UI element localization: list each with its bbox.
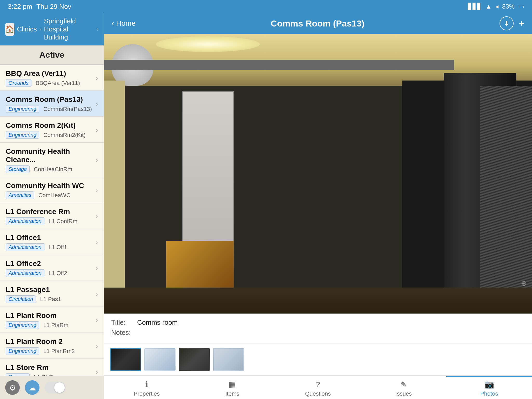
thumbnail-2[interactable] [144, 348, 176, 371]
room-list-item[interactable]: L1 Plant Room 2 Engineering L1 PlanRm2 › [0, 333, 104, 359]
room-code: L1 Off2 [49, 270, 67, 277]
status-time: 3:22 pm [8, 3, 32, 11]
room-code: CommsRm2(Kit) [43, 132, 86, 138]
breadcrumb-sep2: › [97, 26, 98, 33]
room-name: L1 Plant Room [6, 311, 93, 320]
room-list-item[interactable]: Comms Room (Pas13) Engineering CommsRm(P… [0, 91, 104, 117]
nav-actions: ⬇ + [500, 16, 524, 30]
light [156, 36, 260, 52]
room-list-item[interactable]: L1 Store Rm Storage L1 StrRm › [0, 359, 104, 376]
items-tab-icon: ▦ [229, 380, 236, 389]
tab-properties[interactable]: ℹ Properties [104, 376, 190, 399]
room-item-content: Comms Room (Pas13) Engineering CommsRm(P… [6, 95, 93, 113]
right-panel: ‹ Home Comms Room (Pas13) ⬇ + [104, 13, 532, 399]
content-area: ⊕ Title: Comms room Notes: [104, 34, 532, 376]
add-button[interactable]: + [519, 18, 524, 29]
photos-tab-label: Photos [480, 390, 498, 397]
room-list-item[interactable]: Community Health Cleane... Storage ConHe… [0, 143, 104, 177]
room-name: Comms Room 2(Kit) [6, 121, 93, 130]
room-meta: Administration L1 ConfRm [6, 217, 93, 225]
tab-issues[interactable]: ✎ Issues [361, 376, 447, 399]
breadcrumb-building[interactable]: Springfield Hospital Building [44, 17, 94, 41]
room-list-item[interactable]: L1 Passage1 Circulation L1 Pas1 › [0, 281, 104, 307]
room-item-content: L1 Office2 Administration L1 Off2 [6, 260, 93, 277]
download-button[interactable]: ⬇ [500, 16, 514, 30]
room-tag: Amenities [6, 191, 34, 199]
room-meta: Storage L1 StrRm [6, 373, 93, 376]
room-code: BBQArea (Ver11) [36, 80, 80, 87]
cloud-button[interactable]: ☁ [25, 380, 39, 395]
floor [104, 288, 532, 314]
room-code: ConHeaClnRm [34, 166, 72, 173]
main-photo[interactable]: ⊕ [104, 34, 532, 314]
chevron-right-icon: › [96, 264, 98, 272]
room-list-item[interactable]: L1 Office1 Administration L1 Off1 › [0, 229, 104, 255]
signal-icon: ▋▋▋ [468, 3, 482, 10]
chevron-right-icon: › [96, 186, 98, 195]
room-item-content: Community Health WC Amenities ComHeaWC [6, 182, 93, 199]
back-label: Home [116, 19, 136, 28]
zoom-button[interactable]: ⊕ [521, 279, 527, 288]
page-title: Comms Room (Pas13) [271, 18, 364, 29]
chevron-right-icon: › [96, 342, 98, 350]
room-meta: Amenities ComHeaWC [6, 191, 93, 199]
thumbnail-1[interactable] [110, 348, 141, 371]
thumbnail-4[interactable] [213, 348, 244, 371]
room-tag: Engineering [6, 347, 39, 355]
room-list-item[interactable]: L1 Plant Room Engineering L1 PlaRm › [0, 307, 104, 333]
room-code: ComHeaWC [38, 192, 70, 199]
room-meta: Storage ConHeaClnRm [6, 165, 93, 173]
chevron-right-icon: › [96, 238, 98, 247]
back-chevron-icon: ‹ [112, 19, 114, 28]
tab-questions[interactable]: ? Questions [275, 376, 361, 399]
room-name: L1 Office1 [6, 234, 93, 242]
back-button[interactable]: ‹ Home [112, 19, 136, 28]
room-code: L1 PlaRm [43, 322, 69, 329]
thumbnail-3[interactable] [179, 348, 210, 371]
room-name: BBQ Area (Ver11) [6, 69, 93, 78]
room-meta: Engineering L1 PlaRm [6, 321, 93, 329]
room-name: L1 Plant Room 2 [6, 337, 93, 346]
room-name: L1 Office2 [6, 260, 93, 268]
toggle-switch[interactable] [45, 382, 65, 394]
room-item-content: L1 Office1 Administration L1 Off1 [6, 234, 93, 251]
room-tag: Circulation [6, 295, 36, 303]
room-name: Comms Room (Pas13) [6, 95, 93, 104]
breadcrumb-clinics[interactable]: Clinics [17, 25, 37, 33]
home-icon[interactable]: 🏠 [5, 23, 14, 36]
chevron-right-icon: › [96, 74, 98, 82]
room-item-content: L1 Conference Rm Administration L1 ConfR… [6, 208, 93, 225]
notes-label: Notes: [111, 329, 132, 337]
room-code: L1 StrRm [34, 374, 58, 376]
nav-header: ‹ Home Comms Room (Pas13) ⬇ + [104, 13, 532, 34]
room-list-item[interactable]: Comms Room 2(Kit) Engineering CommsRm2(K… [0, 117, 104, 143]
section-label: Active [39, 50, 64, 59]
sidebar-bottom: ⚙ ☁ [0, 376, 104, 399]
photo-notes-row: Notes: [111, 329, 525, 337]
room-list-item[interactable]: BBQ Area (Ver11) Grounds BBQArea (Ver11)… [0, 65, 104, 91]
tab-photos[interactable]: 📷 Photos [446, 376, 532, 399]
settings-button[interactable]: ⚙ [5, 380, 20, 395]
properties-tab-label: Properties [134, 390, 160, 397]
room-code: CommsRm(Pas13) [43, 106, 92, 112]
room-list-item[interactable]: Community Health WC Amenities ComHeaWC › [0, 177, 104, 203]
breadcrumb-bar: 🏠 Clinics › Springfield Hospital Buildin… [0, 13, 104, 45]
room-list-item[interactable]: L1 Conference Rm Administration L1 ConfR… [0, 203, 104, 229]
room-item-content: L1 Passage1 Circulation L1 Pas1 [6, 285, 93, 303]
room-tag: Engineering [6, 131, 39, 139]
room-tag: Engineering [6, 105, 39, 113]
photos-tab-icon: 📷 [484, 380, 494, 389]
tab-items[interactable]: ▦ Items [190, 376, 275, 399]
room-tag: Storage [6, 165, 30, 173]
room-meta: Engineering CommsRm(Pas13) [6, 105, 93, 113]
breadcrumb-sep1: › [39, 26, 41, 33]
properties-tab-icon: ℹ [145, 380, 148, 389]
breadcrumb: Clinics › Springfield Hospital Building … [17, 17, 98, 41]
chevron-right-icon: › [96, 126, 98, 134]
room-meta: Engineering L1 PlanRm2 [6, 347, 93, 355]
chevron-right-icon: › [96, 368, 98, 376]
photo-title-row: Title: Comms room [111, 318, 525, 327]
room-tag: Administration [6, 269, 44, 277]
room-list-item[interactable]: L1 Office2 Administration L1 Off2 › [0, 255, 104, 281]
room-code: L1 Off1 [49, 244, 67, 251]
